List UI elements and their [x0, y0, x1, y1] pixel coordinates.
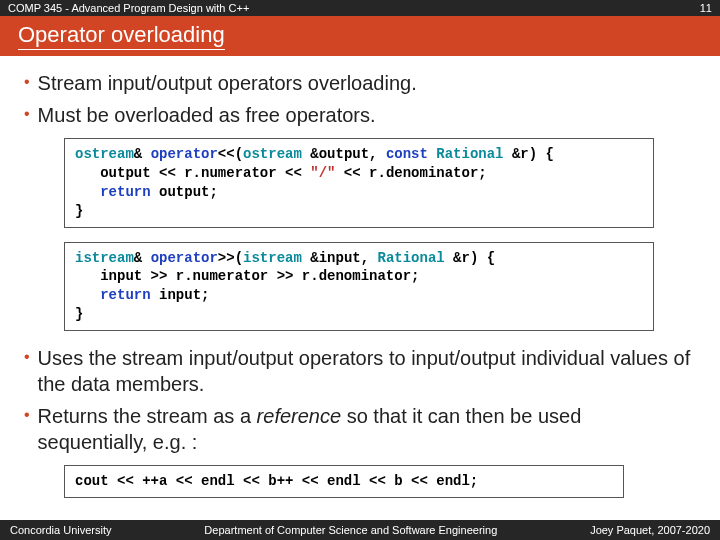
bullet-item: • Stream input/output operators overload…	[24, 70, 696, 96]
code-block-istream: istream& operator>>(istream &input, Rati…	[64, 242, 654, 332]
footer-center: Department of Computer Science and Softw…	[204, 524, 497, 536]
footer-right: Joey Paquet, 2007-2020	[590, 524, 710, 536]
footer-bar: Concordia University Department of Compu…	[0, 520, 720, 540]
bullet-item: • Returns the stream as a reference so t…	[24, 403, 696, 455]
bullet-item: • Uses the stream input/output operators…	[24, 345, 696, 397]
bullet-icon: •	[24, 102, 30, 126]
bullet-icon: •	[24, 70, 30, 94]
code-block-cout: cout << ++a << endl << b++ << endl << b …	[64, 465, 624, 498]
slide-title-bar: Operator overloading	[0, 16, 720, 56]
meta-bar: COMP 345 - Advanced Program Design with …	[0, 0, 720, 16]
bullet-text: Must be overloaded as free operators.	[38, 102, 376, 128]
bullet-icon: •	[24, 345, 30, 369]
bullet-text: Uses the stream input/output operators t…	[38, 345, 696, 397]
slide-content: • Stream input/output operators overload…	[0, 56, 720, 498]
bullet-icon: •	[24, 403, 30, 427]
page-number: 11	[700, 2, 712, 14]
slide-title: Operator overloading	[18, 22, 225, 50]
bullet-text: Stream input/output operators overloadin…	[38, 70, 417, 96]
course-code: COMP 345 - Advanced Program Design with …	[8, 2, 249, 14]
code-block-ostream: ostream& operator<<(ostream &output, con…	[64, 138, 654, 228]
bullet-item: • Must be overloaded as free operators.	[24, 102, 696, 128]
footer-left: Concordia University	[10, 524, 111, 536]
bullet-text: Returns the stream as a reference so tha…	[38, 403, 696, 455]
